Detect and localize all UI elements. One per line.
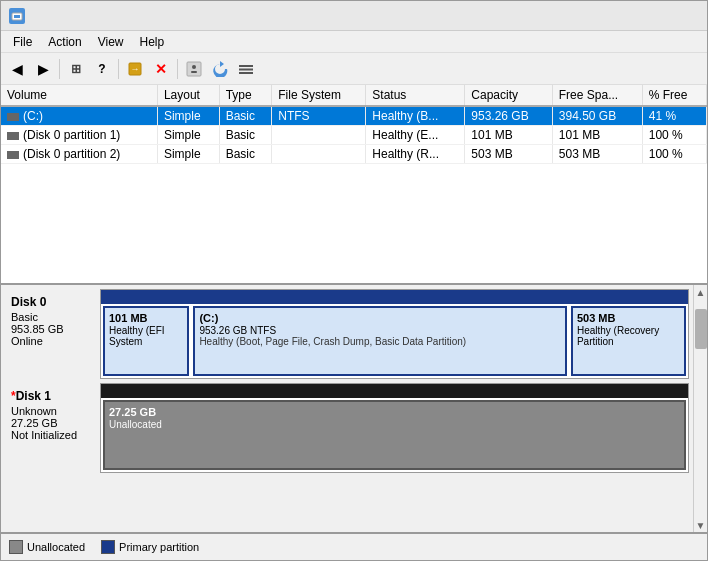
- svg-rect-8: [239, 68, 253, 70]
- menu-view[interactable]: View: [90, 33, 132, 51]
- disk-size: 27.25 GB: [11, 417, 94, 429]
- table-cell: 503 MB: [552, 145, 642, 164]
- volume-table-panel: Volume Layout Type File System Status Ca…: [1, 85, 707, 285]
- back-button[interactable]: ◀: [5, 57, 29, 81]
- partition-fs: 953.26 GB NTFS: [199, 325, 561, 336]
- disk-partitions: 27.25 GBUnallocated: [101, 398, 688, 472]
- table-cell: 101 MB: [552, 126, 642, 145]
- svg-rect-6: [191, 71, 197, 73]
- toolbar-sep-2: [118, 59, 119, 79]
- disk-label: *Disk 1 Unknown 27.25 GB Not Initialized: [5, 383, 100, 473]
- partition-label: (C:): [199, 312, 561, 324]
- table-cell: 953.26 GB: [465, 106, 552, 126]
- title-bar: [1, 1, 707, 31]
- disk-status: Online: [11, 335, 94, 347]
- toolbar: ◀ ▶ ⊞ ? → ✕: [1, 53, 707, 85]
- table-row[interactable]: (C:)SimpleBasicNTFSHealthy (B...953.26 G…: [1, 106, 707, 126]
- table-cell: 100 %: [642, 145, 706, 164]
- svg-rect-1: [14, 15, 20, 18]
- disk-partitions: 101 MBHealthy (EFI System(C:)953.26 GB N…: [101, 304, 688, 378]
- col-status[interactable]: Status: [366, 85, 465, 106]
- maximize-button[interactable]: [645, 5, 671, 27]
- legend-primary-box: [101, 540, 115, 554]
- disk-partition[interactable]: 27.25 GBUnallocated: [103, 400, 686, 470]
- refresh-button[interactable]: [208, 57, 232, 81]
- col-filesystem[interactable]: File System: [272, 85, 366, 106]
- table-row[interactable]: (Disk 0 partition 2)SimpleBasicHealthy (…: [1, 145, 707, 164]
- col-volume[interactable]: Volume: [1, 85, 157, 106]
- disk-label: Disk 0 Basic 953.85 GB Online: [5, 289, 100, 379]
- window: File Action View Help ◀ ▶ ⊞ ? → ✕: [0, 0, 708, 561]
- partition-fs: Unallocated: [109, 419, 680, 430]
- partition-fs: Healthy (EFI System: [109, 325, 183, 347]
- delete-button[interactable]: ✕: [149, 57, 173, 81]
- table-cell: 101 MB: [465, 126, 552, 145]
- info-button[interactable]: ?: [90, 57, 114, 81]
- partition-fs: Healthy (Recovery Partition: [577, 325, 680, 347]
- disk-list: Disk 0 Basic 953.85 GB Online 101 MBHeal…: [1, 285, 693, 532]
- legend-unallocated-box: [9, 540, 23, 554]
- table-cell: 503 MB: [465, 145, 552, 164]
- disk-status: Not Initialized: [11, 429, 94, 441]
- table-cell: Basic: [219, 106, 272, 126]
- disk-row-disk-1: *Disk 1 Unknown 27.25 GB Not Initialized…: [5, 383, 689, 473]
- table-cell: Healthy (E...: [366, 126, 465, 145]
- disk-bar-area: 27.25 GBUnallocated: [100, 383, 689, 473]
- table-cell: 394.50 GB: [552, 106, 642, 126]
- disk-panel: Disk 0 Basic 953.85 GB Online 101 MBHeal…: [1, 285, 707, 560]
- table-row[interactable]: (Disk 0 partition 1)SimpleBasicHealthy (…: [1, 126, 707, 145]
- minimize-button[interactable]: [617, 5, 643, 27]
- disk-id: *Disk 1: [11, 389, 94, 403]
- menu-help[interactable]: Help: [132, 33, 173, 51]
- menu-file[interactable]: File: [5, 33, 40, 51]
- table-cell: NTFS: [272, 106, 366, 126]
- scrollbar-track: [694, 299, 707, 518]
- menu-action[interactable]: Action: [40, 33, 89, 51]
- legend-unallocated-label: Unallocated: [27, 541, 85, 553]
- scrollbar[interactable]: ▲ ▼: [693, 285, 707, 532]
- scroll-down[interactable]: ▼: [694, 518, 707, 532]
- scroll-up[interactable]: ▲: [694, 285, 707, 299]
- disk-partition[interactable]: 101 MBHealthy (EFI System: [103, 306, 189, 376]
- title-bar-controls: [617, 5, 699, 27]
- forward-button[interactable]: ▶: [31, 57, 55, 81]
- disk-bar-area: 101 MBHealthy (EFI System(C:)953.26 GB N…: [100, 289, 689, 379]
- legend-primary: Primary partition: [101, 540, 199, 554]
- help-toolbar-button[interactable]: ⊞: [64, 57, 88, 81]
- col-pctfree[interactable]: % Free: [642, 85, 706, 106]
- partition-label: 503 MB: [577, 312, 680, 324]
- disk-partition[interactable]: 503 MBHealthy (Recovery Partition: [571, 306, 686, 376]
- col-layout[interactable]: Layout: [157, 85, 219, 106]
- disk-type: Basic: [11, 311, 94, 323]
- disk-header-bar: [101, 384, 688, 398]
- table-cell: (Disk 0 partition 2): [1, 145, 157, 164]
- table-cell: Healthy (B...: [366, 106, 465, 126]
- svg-rect-9: [239, 72, 253, 74]
- table-cell: Simple: [157, 145, 219, 164]
- table-cell: Simple: [157, 106, 219, 126]
- table-cell: Healthy (R...: [366, 145, 465, 164]
- connect-button[interactable]: →: [123, 57, 147, 81]
- partition-label: 27.25 GB: [109, 406, 680, 418]
- legend-primary-label: Primary partition: [119, 541, 199, 553]
- table-cell: Basic: [219, 126, 272, 145]
- col-capacity[interactable]: Capacity: [465, 85, 552, 106]
- table-cell: [272, 126, 366, 145]
- disk-row-disk-0: Disk 0 Basic 953.85 GB Online 101 MBHeal…: [5, 289, 689, 379]
- close-button[interactable]: [673, 5, 699, 27]
- title-bar-left: [9, 8, 31, 24]
- col-type[interactable]: Type: [219, 85, 272, 106]
- disk-header-bar: [101, 290, 688, 304]
- properties-button[interactable]: [182, 57, 206, 81]
- svg-point-5: [192, 65, 196, 69]
- disk-management-icon: [9, 8, 25, 24]
- disk-partition[interactable]: (C:)953.26 GB NTFSHealthy (Boot, Page Fi…: [193, 306, 567, 376]
- legend-unallocated: Unallocated: [9, 540, 85, 554]
- partition-label: 101 MB: [109, 312, 183, 324]
- scrollbar-thumb[interactable]: [695, 309, 707, 349]
- disk-size: 953.85 GB: [11, 323, 94, 335]
- table-cell: (Disk 0 partition 1): [1, 126, 157, 145]
- settings-button[interactable]: [234, 57, 258, 81]
- disk-type: Unknown: [11, 405, 94, 417]
- col-freespace[interactable]: Free Spa...: [552, 85, 642, 106]
